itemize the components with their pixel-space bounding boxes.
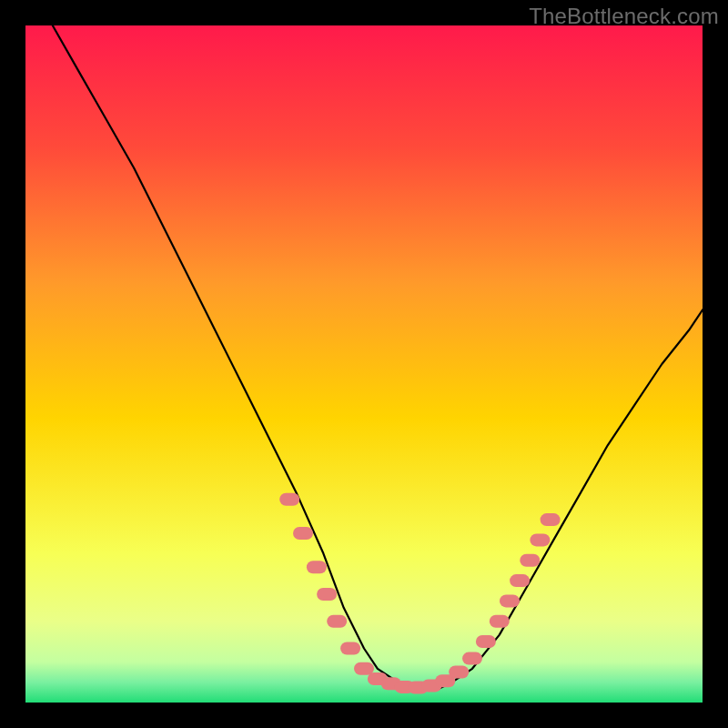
data-marker xyxy=(327,615,347,628)
data-marker xyxy=(476,635,496,648)
gradient-background xyxy=(25,25,703,703)
chart-frame: TheBottleneck.com xyxy=(0,0,728,728)
data-marker xyxy=(541,513,561,526)
data-marker xyxy=(490,615,510,628)
data-marker xyxy=(500,594,520,607)
data-marker xyxy=(279,493,299,506)
data-marker xyxy=(449,666,469,679)
data-marker xyxy=(354,662,374,675)
data-marker xyxy=(340,642,360,655)
chart-svg xyxy=(25,25,703,703)
data-marker xyxy=(462,652,482,665)
data-marker xyxy=(520,554,540,567)
data-marker xyxy=(510,574,530,587)
data-marker xyxy=(293,527,313,540)
plot-area xyxy=(25,25,703,703)
data-marker xyxy=(317,588,337,601)
data-marker xyxy=(530,533,550,546)
data-marker xyxy=(307,561,327,573)
